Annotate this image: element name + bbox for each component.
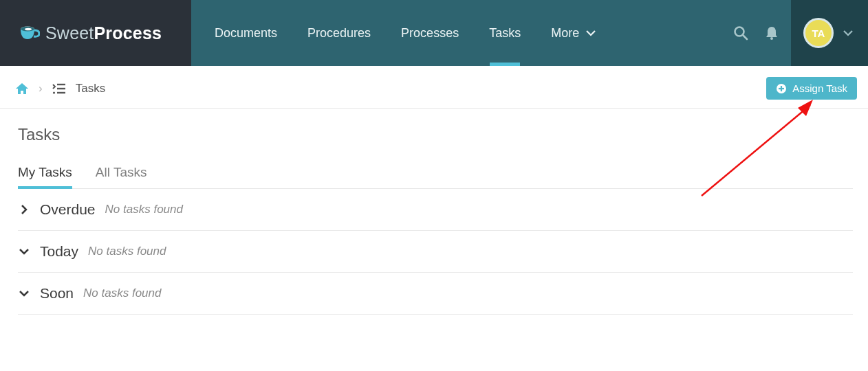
section-empty-text: No tasks found xyxy=(88,245,166,258)
nav-main: Documents Procedures Processes Tasks Mor… xyxy=(191,0,791,66)
section-label: Soon xyxy=(40,285,74,302)
page-body: Tasks My Tasks All Tasks Overdue No task… xyxy=(0,109,868,315)
avatar: TA xyxy=(803,18,834,48)
svg-line-4 xyxy=(743,35,747,39)
brand-text: SweetProcess xyxy=(45,23,162,43)
bell-icon[interactable] xyxy=(765,25,779,41)
breadcrumb-label: Tasks xyxy=(76,82,105,95)
chevron-right-icon xyxy=(18,205,30,214)
tabs: My Tasks All Tasks xyxy=(18,165,853,189)
section-empty-text: No tasks found xyxy=(83,286,161,300)
section-today[interactable]: Today No tasks found xyxy=(18,231,853,273)
tab-my-tasks[interactable]: My Tasks xyxy=(18,165,72,188)
breadcrumb-row: › Tasks Assign Task xyxy=(0,66,868,109)
breadcrumb-separator: › xyxy=(39,82,43,95)
home-icon[interactable] xyxy=(15,82,29,95)
tab-all-tasks[interactable]: All Tasks xyxy=(96,165,147,188)
section-soon[interactable]: Soon No tasks found xyxy=(18,273,853,315)
assign-task-label: Assign Task xyxy=(792,82,847,94)
svg-point-5 xyxy=(770,37,773,40)
assign-task-button[interactable]: Assign Task xyxy=(766,77,857,100)
breadcrumb: › Tasks xyxy=(15,82,105,95)
svg-point-9 xyxy=(53,91,55,93)
svg-point-2 xyxy=(25,28,32,31)
top-nav: SweetProcess Documents Procedures Proces… xyxy=(0,0,868,66)
section-label: Today xyxy=(40,243,78,260)
section-label: Overdue xyxy=(40,201,96,218)
page-title: Tasks xyxy=(18,125,853,144)
nav-processes[interactable]: Processes xyxy=(386,0,474,66)
chevron-down-icon xyxy=(586,30,596,36)
tasks-list-icon[interactable] xyxy=(52,83,66,94)
section-overdue[interactable]: Overdue No tasks found xyxy=(18,189,853,231)
avatar-initials: TA xyxy=(812,27,825,39)
chevron-down-icon xyxy=(18,290,30,297)
chevron-down-icon xyxy=(18,248,30,255)
nav-tasks[interactable]: Tasks xyxy=(474,0,536,66)
chevron-down-icon xyxy=(843,30,853,36)
brand-logo[interactable]: SweetProcess xyxy=(0,0,191,66)
plus-circle-icon xyxy=(776,83,787,94)
user-menu[interactable]: TA xyxy=(791,0,868,66)
cup-icon xyxy=(19,24,40,42)
section-empty-text: No tasks found xyxy=(105,203,183,216)
nav-procedures[interactable]: Procedures xyxy=(292,0,386,66)
nav-more-label: More xyxy=(551,26,579,41)
search-icon[interactable] xyxy=(733,25,748,41)
nav-more[interactable]: More xyxy=(536,0,611,66)
nav-icons xyxy=(721,25,791,41)
nav-documents[interactable]: Documents xyxy=(199,0,292,66)
